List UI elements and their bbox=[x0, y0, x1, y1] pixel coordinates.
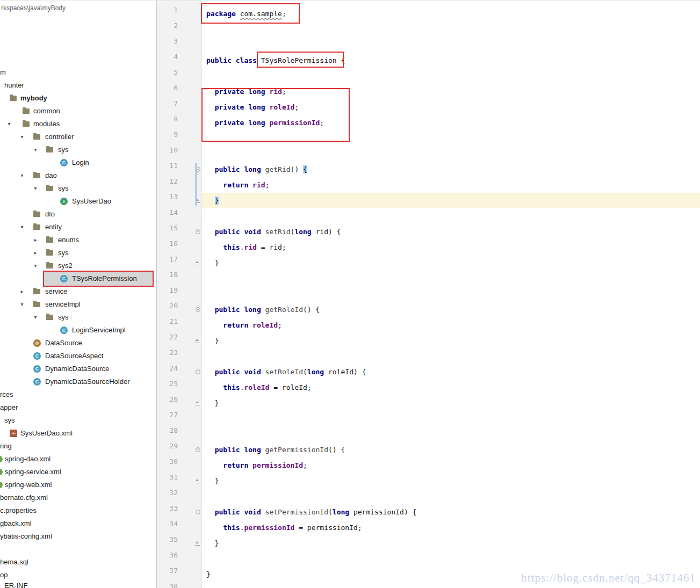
code-text[interactable] bbox=[202, 146, 700, 162]
fold-collapse-icon[interactable] bbox=[196, 229, 200, 234]
tree-item-service[interactable]: ▸service bbox=[0, 285, 156, 298]
chevron-down-icon[interactable]: ▾ bbox=[32, 311, 39, 324]
tree-item-dto[interactable]: dto bbox=[0, 208, 156, 221]
fold-collapse-icon[interactable] bbox=[196, 447, 200, 452]
chevron-right-icon[interactable]: ▸ bbox=[32, 246, 39, 259]
code-text[interactable] bbox=[202, 68, 700, 84]
code-text[interactable] bbox=[202, 426, 700, 442]
fold-end-icon[interactable] bbox=[195, 338, 200, 343]
chevron-down-icon[interactable]: ▾ bbox=[32, 143, 39, 156]
tree-item-m[interactable]: m bbox=[0, 66, 156, 79]
code-text[interactable]: public class TSysRolePermission { bbox=[202, 53, 700, 68]
code-text[interactable]: private long rid; bbox=[202, 84, 700, 99]
tree-item-sysuserdao-xml[interactable]: </>SysUserDao.xml bbox=[0, 427, 156, 440]
tree-item-dynamicdatasourceholder[interactable]: CDynamicDataSourceHolder bbox=[0, 375, 156, 388]
tree-item-mybody[interactable]: mybody bbox=[0, 92, 156, 105]
tree-item-controller[interactable]: ▾controller bbox=[0, 130, 156, 143]
code-text[interactable] bbox=[202, 349, 700, 364]
tree-item-rces[interactable]: rces bbox=[0, 388, 156, 401]
tree-item-gback-xml[interactable]: gback.xml bbox=[0, 517, 156, 530]
fold-collapse-icon[interactable] bbox=[196, 510, 200, 514]
code-text[interactable]: } bbox=[202, 395, 700, 411]
code-text[interactable]: return rid; bbox=[202, 177, 700, 193]
tree-item-sys[interactable]: ▾sys bbox=[0, 182, 156, 195]
code-text[interactable] bbox=[202, 271, 700, 286]
code-text[interactable]: } bbox=[202, 535, 700, 551]
code-text[interactable]: package com.sample; bbox=[202, 6, 700, 21]
chevron-right-icon[interactable]: ▸ bbox=[18, 285, 26, 298]
code-text[interactable]: public void setPermissionId(long permiss… bbox=[202, 504, 700, 520]
code-text[interactable]: } bbox=[202, 193, 700, 208]
tree-item-sys[interactable]: ▸sys bbox=[0, 246, 156, 259]
tree-item-hunter[interactable]: hunter bbox=[0, 79, 156, 92]
code-text[interactable]: return roleId; bbox=[202, 317, 700, 333]
chevron-down-icon[interactable]: ▾ bbox=[5, 118, 13, 130]
chevron-down-icon[interactable]: ▾ bbox=[32, 182, 39, 195]
code-text[interactable]: this.roleId = roleId; bbox=[202, 380, 700, 395]
chevron-down-icon[interactable]: ▾ bbox=[18, 298, 26, 311]
tree-item-entity[interactable]: ▾entity bbox=[0, 221, 156, 234]
code-text[interactable] bbox=[202, 208, 700, 224]
tree-item-hema-sql[interactable]: hema.sql bbox=[0, 556, 156, 569]
code-text[interactable]: public void setRid(long rid) { bbox=[202, 224, 700, 239]
tree-item-datasource[interactable]: @DataSource bbox=[0, 337, 156, 350]
fold-end-icon[interactable] bbox=[195, 401, 200, 405]
tree-item-tsysrolepermission[interactable]: CTSysRolePermission bbox=[0, 272, 156, 285]
code-text[interactable]: private long permissionId; bbox=[202, 115, 700, 130]
tree-item-datasourceaspect[interactable]: CDataSourceAspect bbox=[0, 350, 156, 362]
code-text[interactable]: return permissionId; bbox=[202, 458, 700, 473]
code-text[interactable]: private long roleId; bbox=[202, 99, 700, 115]
tree-item-login[interactable]: CLogin bbox=[0, 156, 156, 169]
chevron-down-icon[interactable]: ▾ bbox=[18, 130, 26, 143]
code-text[interactable] bbox=[202, 286, 700, 302]
chevron-down-icon[interactable]: ▾ bbox=[32, 259, 39, 272]
tree-item-enums[interactable]: ▸enums bbox=[0, 234, 156, 246]
tree-item-ring[interactable]: ring bbox=[0, 440, 156, 453]
code-text[interactable] bbox=[202, 130, 700, 146]
tree-item-serviceimpl[interactable]: ▾serviceImpl bbox=[0, 298, 156, 311]
tree-item-er-inf[interactable]: ER-INF bbox=[0, 579, 156, 588]
fold-end-icon[interactable] bbox=[195, 541, 200, 546]
code-text[interactable] bbox=[202, 21, 700, 37]
tree-item-spring-service-xml[interactable]: spring-service.xml bbox=[0, 466, 156, 478]
tree-item-apper[interactable]: apper bbox=[0, 401, 156, 414]
code-text[interactable]: public long getRoleId() { bbox=[202, 302, 700, 317]
tree-item-spring-dao-xml[interactable]: spring-dao.xml bbox=[0, 453, 156, 466]
tree-item-sys[interactable]: sys bbox=[0, 414, 156, 427]
tree-item-c-properties[interactable]: c.properties bbox=[0, 504, 156, 517]
tree-item-common[interactable]: common bbox=[0, 105, 156, 118]
code-text[interactable]: } bbox=[202, 255, 700, 271]
tree-item-bernate-cfg-xml[interactable]: bernate.cfg.xml bbox=[0, 491, 156, 504]
code-text[interactable]: } bbox=[202, 473, 700, 489]
code-text[interactable]: this.rid = rid; bbox=[202, 239, 700, 255]
chevron-right-icon[interactable]: ▸ bbox=[32, 234, 39, 246]
tree-item-sys[interactable]: ▾sys bbox=[0, 311, 156, 324]
code-text[interactable] bbox=[202, 411, 700, 426]
fold-collapse-icon[interactable] bbox=[196, 369, 200, 374]
chevron-down-icon[interactable]: ▾ bbox=[18, 169, 26, 182]
code-text[interactable] bbox=[202, 489, 700, 504]
tree-item-spring-web-xml[interactable]: spring-web.xml bbox=[0, 478, 156, 491]
code-text[interactable] bbox=[202, 37, 700, 53]
code-area[interactable]: 1package com.sample;234public class TSys… bbox=[157, 6, 700, 588]
chevron-down-icon[interactable]: ▾ bbox=[18, 221, 26, 234]
code-text[interactable]: public void setRoleId(long roleId) { bbox=[202, 364, 700, 380]
line-number: 25 bbox=[169, 380, 178, 388]
code-text[interactable]: this.permissionId = permissionId; bbox=[202, 520, 700, 535]
code-text[interactable]: public long getPermissionId() { bbox=[202, 442, 700, 458]
code-text[interactable]: } bbox=[202, 333, 700, 349]
tree-item-sysuserdao[interactable]: ISysUserDao bbox=[0, 195, 156, 208]
fold-end-icon[interactable] bbox=[195, 260, 200, 265]
tree-item-modules[interactable]: ▾modules bbox=[0, 118, 156, 130]
tree-item-ybatis-config-xml[interactable]: ybatis-config.xml bbox=[0, 530, 156, 543]
tree-item-dao[interactable]: ▾dao bbox=[0, 169, 156, 182]
tree-item-dynamicdatasource[interactable]: CDynamicDataSource bbox=[0, 362, 156, 375]
tree-item-sys[interactable]: ▾sys bbox=[0, 143, 156, 156]
fold-end-icon[interactable] bbox=[195, 478, 200, 483]
code-text[interactable] bbox=[202, 551, 700, 567]
code-token: ; bbox=[303, 461, 307, 469]
tree-item-loginserviceimpl[interactable]: CLoginServiceImpl bbox=[0, 324, 156, 337]
code-text[interactable]: public long getRid() { bbox=[202, 162, 700, 177]
tree-item-sys2[interactable]: ▾sys2 bbox=[0, 259, 156, 272]
fold-collapse-icon[interactable] bbox=[196, 307, 200, 312]
